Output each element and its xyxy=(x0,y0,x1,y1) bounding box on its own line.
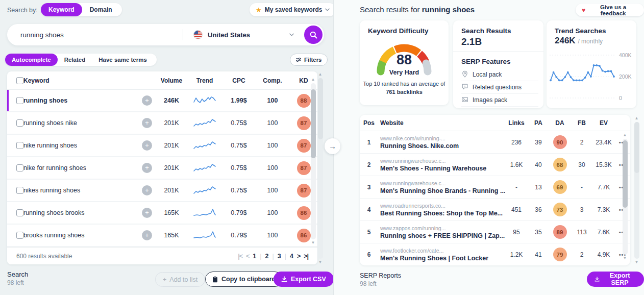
difficulty-score: 88 xyxy=(360,52,449,68)
scrollbar-track[interactable] xyxy=(634,122,639,259)
search-button[interactable] xyxy=(304,26,323,44)
keyword-checkbox[interactable] xyxy=(16,164,23,171)
scrollbar-thumb[interactable] xyxy=(623,140,628,208)
keyword-checkbox[interactable] xyxy=(16,187,23,194)
serp-page-title[interactable]: Running Shoes. Nike.com xyxy=(380,142,505,150)
serp-page-title[interactable]: Best Running Shoes: Shop the Top Me... xyxy=(380,210,505,217)
export-csv-button[interactable]: Export CSV xyxy=(274,272,334,287)
serp-position: 6 xyxy=(360,251,378,258)
give-feedback-button[interactable]: ♥ Give us a feedback xyxy=(576,4,644,16)
serp-url[interactable]: www.zappos.com/running... xyxy=(380,225,505,231)
serp-row[interactable]: 6www.footlocker.com/cate...Men's Running… xyxy=(360,243,630,265)
pagination-page[interactable]: 2 xyxy=(265,253,269,260)
my-saved-keywords-button[interactable]: ★ My saved keywords xyxy=(250,3,336,16)
scroll-up-icon[interactable]: ▲ xyxy=(311,78,315,82)
scroll-down-icon[interactable]: ▼ xyxy=(635,260,639,264)
add-to-list-button[interactable]: + Add to list xyxy=(155,272,205,287)
scrollbar-thumb[interactable] xyxy=(634,122,639,173)
keyword-row[interactable]: running shoes+246K1.99$10088 xyxy=(7,90,317,112)
left-panel-scrollbar[interactable]: ▲ ▼ xyxy=(317,72,324,264)
pagination-first[interactable]: |< xyxy=(238,253,242,260)
keyword-row[interactable]: brooks running shoes+165K0.79$10086 xyxy=(7,225,317,247)
keyword-row[interactable]: running shoes nike+201K0.75$10087 xyxy=(7,112,317,135)
serp-page-title[interactable]: Running shoes + FREE SHIPPING | Zap... xyxy=(380,232,505,239)
scroll-down-icon[interactable]: ▼ xyxy=(318,260,323,264)
serp-url[interactable]: www.nike.com/w/running-... xyxy=(380,135,505,141)
keyword-label: running shoes brooks xyxy=(23,209,138,216)
pagination-page[interactable]: 3 xyxy=(278,253,281,260)
cpc-value: 0.75$ xyxy=(222,187,255,194)
tab-have-same-terms[interactable]: Have same terms xyxy=(92,54,154,66)
scroll-up-icon[interactable]: ▲ xyxy=(635,116,639,120)
keyword-row[interactable]: nike for running shoes+201K0.75$10087 xyxy=(7,157,317,180)
keyword-row[interactable]: nikes running shoes+201K0.75$10087 xyxy=(7,180,317,202)
keyword-checkbox[interactable] xyxy=(16,97,23,104)
serp-fb-value: - xyxy=(571,184,592,191)
serp-row[interactable]: 1www.nike.com/w/running-...Running Shoes… xyxy=(360,131,630,154)
scrollbar-thumb[interactable] xyxy=(318,78,323,139)
keyword-label: nikes running shoes xyxy=(23,187,138,194)
add-keyword-button[interactable]: + xyxy=(142,185,152,195)
serp-row[interactable]: 3www.runningwarehouse.c...Men's Running … xyxy=(360,176,630,199)
add-keyword-button[interactable]: + xyxy=(142,95,152,106)
mode-domain-button[interactable]: Domain xyxy=(82,3,120,16)
mode-keyword-button[interactable]: Keyword xyxy=(41,3,82,16)
scroll-up-icon[interactable]: ▲ xyxy=(318,72,323,77)
add-keyword-button[interactable]: + xyxy=(142,208,152,218)
keyword-search-input[interactable] xyxy=(19,31,172,39)
keyword-checkbox[interactable] xyxy=(16,142,23,149)
serp-page-title[interactable]: Men's Shoes - Running Warehouse xyxy=(380,165,505,172)
pagination-last[interactable]: >| xyxy=(304,253,308,260)
keyword-label: nike for running shoes xyxy=(23,164,138,171)
keyword-row[interactable]: running shoes brooks+165K0.79$10086 xyxy=(7,202,317,225)
copy-to-clipboard-button[interactable]: Copy to clipboard xyxy=(205,272,283,287)
serp-table-scrollbar[interactable]: ▲ ▼ xyxy=(622,133,628,260)
collapse-panel-button[interactable]: → xyxy=(325,138,340,154)
country-chevron-down-icon[interactable] xyxy=(289,33,294,36)
export-serp-button[interactable]: Export SERP xyxy=(587,272,644,287)
country-selector-label[interactable]: United States xyxy=(208,31,250,39)
keyword-row[interactable]: nike running shoes+201K0.75$10087 xyxy=(7,135,317,157)
serp-da-cell: 68 xyxy=(549,158,571,171)
keyword-table-scrollbar[interactable]: ▲ ▼ xyxy=(310,78,316,245)
heart-icon: ♥ xyxy=(582,7,585,13)
result-type-tabs: Autocomplete Related Have same terms xyxy=(5,54,157,66)
keyword-checkbox[interactable] xyxy=(16,232,23,239)
add-keyword-button[interactable]: + xyxy=(142,230,152,240)
right-panel-scrollbar[interactable]: ▲ ▼ xyxy=(633,116,640,264)
serp-page-title[interactable]: Men's Running Shoes | Foot Locker xyxy=(380,255,505,262)
select-all-checkbox[interactable] xyxy=(16,77,23,84)
serp-url[interactable]: www.roadrunnersports.co... xyxy=(380,203,505,209)
tab-related[interactable]: Related xyxy=(58,54,92,66)
add-keyword-button[interactable]: + xyxy=(142,140,152,151)
pagination-prev[interactable]: < xyxy=(246,253,249,260)
serp-row[interactable]: 2www.runningwarehouse.c...Men's Shoes - … xyxy=(360,154,630,176)
filters-button[interactable]: Filters xyxy=(290,54,328,66)
scrollbar-track[interactable] xyxy=(311,83,316,239)
serp-url[interactable]: www.footlocker.com/cate... xyxy=(380,248,505,254)
keyword-checkbox[interactable] xyxy=(16,119,23,127)
scrollbar-track[interactable] xyxy=(318,78,323,259)
header-fb: FB xyxy=(571,119,592,127)
serp-links-value: 1.6K xyxy=(505,161,528,168)
add-to-list-label: Add to list xyxy=(169,276,197,283)
volume-value: 165K xyxy=(156,232,187,239)
serp-page-title[interactable]: Men's Running Shoe Brands - Running ... xyxy=(380,187,505,194)
pagination-page[interactable]: 1 xyxy=(253,253,256,260)
add-keyword-button[interactable]: + xyxy=(142,118,152,128)
serp-url[interactable]: www.runningwarehouse.c... xyxy=(380,158,505,164)
serp-row[interactable]: 4www.roadrunnersports.co...Best Running … xyxy=(360,199,630,221)
scrollbar-thumb[interactable] xyxy=(311,89,316,158)
pagination-next[interactable]: > xyxy=(297,253,300,260)
serp-url[interactable]: www.runningwarehouse.c... xyxy=(380,180,505,186)
keyword-checkbox[interactable] xyxy=(16,209,23,216)
serp-row[interactable]: 5www.zappos.com/running...Running shoes … xyxy=(360,221,630,243)
tab-autocomplete[interactable]: Autocomplete xyxy=(5,54,58,66)
scroll-down-icon[interactable]: ▼ xyxy=(623,256,627,260)
scroll-down-icon[interactable]: ▼ xyxy=(311,241,315,245)
serp-fb-value: 113 xyxy=(571,229,592,236)
add-keyword-button[interactable]: + xyxy=(142,163,152,173)
pagination-page[interactable]: 4 xyxy=(290,253,293,260)
scroll-up-icon[interactable]: ▲ xyxy=(623,133,627,137)
scrollbar-track[interactable] xyxy=(623,139,628,255)
